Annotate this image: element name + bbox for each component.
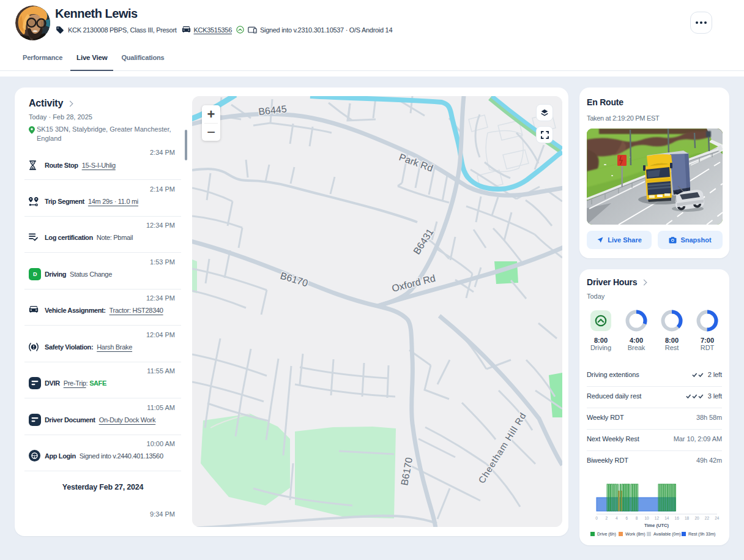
svg-text:Rest (9h 33m): Rest (9h 33m) — [688, 532, 715, 537]
svg-text:4: 4 — [616, 516, 618, 520]
svg-text:16: 16 — [675, 516, 680, 520]
svg-text:2: 2 — [606, 516, 608, 520]
svg-text:Available (0m): Available (0m) — [653, 532, 681, 537]
svg-text:22: 22 — [705, 516, 710, 520]
svg-text:Drive (6h): Drive (6h) — [597, 532, 616, 537]
svg-text:20: 20 — [694, 516, 699, 520]
svg-text:14: 14 — [664, 516, 669, 520]
svg-text:24: 24 — [715, 516, 720, 520]
svg-text:Work (8m): Work (8m) — [625, 532, 645, 537]
svg-text:10: 10 — [644, 516, 649, 520]
svg-text:18: 18 — [685, 516, 690, 520]
svg-text:8: 8 — [636, 516, 638, 520]
svg-text:Time (UTC): Time (UTC) — [644, 523, 669, 528]
svg-text:0: 0 — [595, 516, 598, 520]
svg-text:6: 6 — [625, 516, 628, 520]
svg-text:12: 12 — [655, 516, 660, 520]
